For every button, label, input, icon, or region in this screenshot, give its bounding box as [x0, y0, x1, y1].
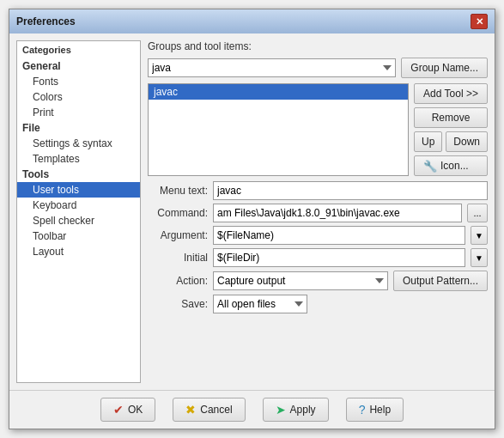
- initial-label: Initial: [148, 252, 208, 264]
- help-button[interactable]: ? Help: [346, 398, 404, 422]
- command-label: Command:: [148, 207, 208, 219]
- updown-row: Up Down: [414, 131, 488, 152]
- sidebar: Categories General Fonts Colors Print Fi…: [16, 40, 141, 383]
- form-section: Menu text: Command: ... Argument: ▼ Init…: [148, 181, 488, 313]
- cancel-button[interactable]: ✖ Cancel: [173, 398, 245, 422]
- sidebar-item-general[interactable]: General: [17, 58, 140, 74]
- browse-button[interactable]: ...: [467, 204, 488, 222]
- help-icon: ?: [359, 403, 366, 417]
- tools-panel: javac Add Tool >> Remove Up Down 🔧 Icon.…: [148, 83, 488, 176]
- ok-button[interactable]: ✔ OK: [100, 398, 155, 422]
- apply-icon: ➤: [276, 403, 286, 417]
- remove-button[interactable]: Remove: [414, 107, 488, 128]
- groups-label: Groups and tool items:: [148, 40, 488, 52]
- sidebar-item-colors[interactable]: Colors: [17, 89, 140, 105]
- sidebar-item-spell-checker[interactable]: Spell checker: [17, 213, 140, 228]
- group-dropdown[interactable]: java: [148, 58, 396, 77]
- sidebar-item-print[interactable]: Print: [17, 105, 140, 120]
- ok-icon: ✔: [113, 403, 124, 417]
- sidebar-item-user-tools[interactable]: User tools: [17, 182, 140, 198]
- add-tool-button[interactable]: Add Tool >>: [414, 83, 488, 104]
- sidebar-item-toolbar[interactable]: Toolbar: [17, 228, 140, 244]
- wrench-icon: 🔧: [423, 160, 437, 173]
- list-item[interactable]: javac: [149, 84, 408, 100]
- sidebar-item-file[interactable]: File: [17, 120, 140, 136]
- cancel-icon: ✖: [185, 403, 196, 417]
- menu-text-label: Menu text:: [148, 185, 208, 197]
- sidebar-item-tools[interactable]: Tools: [17, 167, 140, 182]
- menu-text-input[interactable]: [213, 181, 488, 200]
- ok-label: OK: [128, 404, 143, 416]
- save-row: Save: All open files Current file None: [148, 295, 488, 313]
- categories-header: Categories: [17, 41, 140, 58]
- argument-dropdown-button[interactable]: ▼: [471, 226, 488, 245]
- tool-items-list[interactable]: javac: [148, 83, 409, 176]
- sidebar-item-layout[interactable]: Layout: [17, 244, 140, 259]
- command-input[interactable]: [213, 204, 462, 222]
- bottom-bar: ✔ OK ✖ Cancel ➤ Apply ? Help: [9, 390, 495, 429]
- argument-input[interactable]: [213, 226, 465, 245]
- action-label: Action:: [148, 275, 208, 287]
- title-bar: Preferences ✕: [9, 9, 495, 33]
- menu-text-row: Menu text:: [148, 181, 488, 200]
- sidebar-item-keyboard[interactable]: Keyboard: [17, 198, 140, 213]
- argument-row: Argument: ▼: [148, 226, 488, 245]
- down-button[interactable]: Down: [446, 131, 488, 152]
- initial-row: Initial ▼: [148, 248, 488, 267]
- cancel-label: Cancel: [200, 404, 232, 416]
- close-button[interactable]: ✕: [471, 14, 488, 29]
- tools-list-area: javac: [148, 83, 409, 176]
- output-pattern-button[interactable]: Output Pattern...: [393, 271, 488, 291]
- main-area: Groups and tool items: java Group Name..…: [148, 40, 488, 383]
- preferences-window: Preferences ✕ Categories General Fonts C…: [9, 9, 495, 429]
- save-dropdown[interactable]: All open files Current file None: [213, 295, 307, 313]
- sidebar-item-fonts[interactable]: Fonts: [17, 74, 140, 89]
- help-label: Help: [369, 404, 391, 416]
- command-row: Command: ...: [148, 204, 488, 222]
- groups-row: java Group Name...: [148, 58, 488, 78]
- action-dropdown[interactable]: Capture output Run Open: [213, 271, 388, 290]
- sidebar-item-templates[interactable]: Templates: [17, 151, 140, 167]
- save-label: Save:: [148, 298, 208, 310]
- window-title: Preferences: [16, 15, 76, 27]
- apply-button[interactable]: ➤ Apply: [263, 398, 329, 422]
- argument-label: Argument:: [148, 229, 208, 241]
- apply-label: Apply: [290, 404, 316, 416]
- initial-dropdown-button[interactable]: ▼: [471, 248, 488, 267]
- tools-buttons: Add Tool >> Remove Up Down 🔧 Icon...: [414, 83, 488, 176]
- group-name-button[interactable]: Group Name...: [401, 58, 488, 78]
- icon-button[interactable]: 🔧 Icon...: [414, 155, 488, 176]
- initial-input[interactable]: [213, 248, 465, 267]
- action-row: Action: Capture output Run Open Output P…: [148, 271, 488, 291]
- up-button[interactable]: Up: [414, 131, 442, 152]
- sidebar-item-settings-syntax[interactable]: Settings & syntax: [17, 136, 140, 151]
- content-area: Categories General Fonts Colors Print Fi…: [9, 33, 495, 390]
- icon-btn-label: Icon...: [440, 160, 469, 172]
